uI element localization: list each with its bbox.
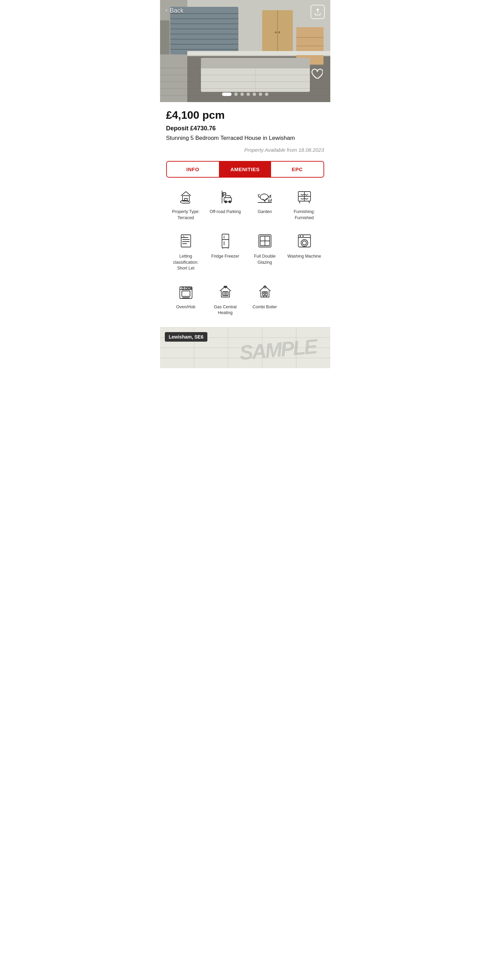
hero-image: ‹ Back	[160, 0, 330, 102]
svg-text:L: L	[183, 235, 185, 238]
amenity-garden-label: Garden	[258, 209, 272, 215]
oven-icon	[177, 282, 195, 301]
tab-info[interactable]: INFO	[167, 162, 219, 177]
amenity-combi-boiler: Combi Boiler	[247, 282, 283, 316]
map-preview[interactable]: Lewisham, SE6 SAMPLE	[160, 327, 330, 368]
amenity-furnishing-label: Furnishing:Furnished	[294, 209, 315, 221]
svg-rect-80	[263, 292, 267, 296]
dot-2[interactable]	[234, 92, 238, 96]
furnishing-icon	[295, 187, 314, 205]
amenity-parking: P Off-road Parking	[207, 187, 244, 221]
fridge-icon	[216, 232, 235, 250]
back-button[interactable]: ‹ Back	[166, 6, 184, 15]
svg-point-37	[269, 197, 270, 198]
parking-icon: P	[216, 187, 235, 205]
dot-5[interactable]	[253, 92, 256, 96]
share-button[interactable]	[311, 5, 325, 19]
svg-point-16	[278, 31, 280, 33]
amenity-property-type: Property Type:Terraced	[168, 187, 204, 221]
svg-point-33	[225, 201, 227, 203]
svg-point-68	[182, 287, 184, 289]
deposit: Deposit £4730.76	[166, 125, 324, 132]
amenity-combi-boiler-label: Combi Boiler	[253, 304, 277, 310]
amenity-parking-label: Off-road Parking	[210, 209, 241, 215]
svg-point-65	[302, 241, 306, 245]
amenity-glazing: Full Double Glazing	[247, 232, 283, 272]
house-hand-icon	[177, 187, 195, 205]
garden-icon	[256, 187, 274, 205]
amenity-oven-label: Oven/Hob	[176, 304, 195, 310]
svg-point-36	[260, 194, 268, 200]
amenity-fridge: Fridge Freezer	[207, 232, 244, 272]
svg-rect-22	[201, 58, 310, 68]
amenity-gas-heating-label: Gas Central Heating	[207, 304, 244, 316]
svg-text:P: P	[222, 191, 227, 198]
svg-point-39	[270, 196, 271, 197]
amenity-empty	[286, 282, 323, 316]
svg-rect-29	[187, 51, 330, 55]
heart-icon	[311, 68, 323, 80]
glazing-icon	[256, 232, 274, 250]
svg-point-34	[229, 201, 231, 203]
image-dots-indicator	[222, 92, 268, 96]
available-date: Property Available from 18.08.2023	[166, 147, 324, 153]
svg-rect-45	[181, 235, 191, 247]
svg-rect-50	[222, 234, 229, 248]
svg-point-69	[185, 287, 187, 289]
svg-point-63	[302, 235, 304, 237]
price: £4,100 pcm	[166, 109, 324, 121]
letting-icon: L	[177, 232, 195, 250]
back-chevron-icon: ‹	[166, 6, 168, 15]
dot-6[interactable]	[259, 92, 262, 96]
property-title: Stunning 5 Bedroom Terraced House in Lew…	[166, 135, 324, 142]
amenity-garden: Garden	[247, 187, 283, 221]
combi-boiler-icon	[256, 282, 274, 301]
map-location-label: Lewisham, SE6	[165, 332, 208, 342]
amenity-glazing-label: Full Double Glazing	[247, 253, 283, 266]
dot-3[interactable]	[240, 92, 244, 96]
svg-point-62	[300, 235, 301, 237]
svg-rect-12	[160, 21, 169, 54]
amenity-furnishing: Furnishing:Furnished	[286, 187, 323, 221]
tabs-bar: INFO AMENITIES EPC	[166, 161, 324, 178]
amenity-gas-heating: Gas Central Heating	[207, 282, 244, 316]
dot-1[interactable]	[222, 92, 231, 96]
tab-epc[interactable]: EPC	[271, 162, 323, 177]
amenity-letting: L Letting classification:Short Let	[168, 232, 204, 272]
svg-point-64	[301, 240, 308, 247]
svg-rect-72	[182, 291, 190, 296]
tab-amenities[interactable]: AMENITIES	[219, 162, 271, 177]
favorite-button[interactable]	[309, 67, 324, 82]
share-icon	[314, 8, 321, 16]
amenity-fridge-label: Fridge Freezer	[211, 253, 239, 259]
amenities-row-3: Oven/Hob	[166, 282, 324, 316]
svg-point-15	[275, 31, 277, 33]
amenity-washing: Washing Machine	[286, 232, 323, 272]
amenity-letting-label: Letting classification:Short Let	[168, 253, 204, 272]
amenities-row-1: Property Type:Terraced P Off-road Parkin…	[166, 187, 324, 221]
svg-point-38	[270, 197, 271, 198]
amenity-oven: Oven/Hob	[168, 282, 204, 316]
amenity-property-type-label: Property Type:Terraced	[172, 209, 200, 221]
back-label: Back	[170, 7, 184, 14]
dot-4[interactable]	[247, 92, 250, 96]
svg-point-70	[188, 287, 190, 289]
washing-icon	[295, 232, 314, 250]
svg-point-71	[190, 288, 192, 288]
gas-heating-icon	[216, 282, 235, 301]
amenities-row-2: L Letting classification:Short Let	[166, 232, 324, 272]
amenity-washing-label: Washing Machine	[287, 253, 321, 259]
dot-7[interactable]	[265, 92, 268, 96]
